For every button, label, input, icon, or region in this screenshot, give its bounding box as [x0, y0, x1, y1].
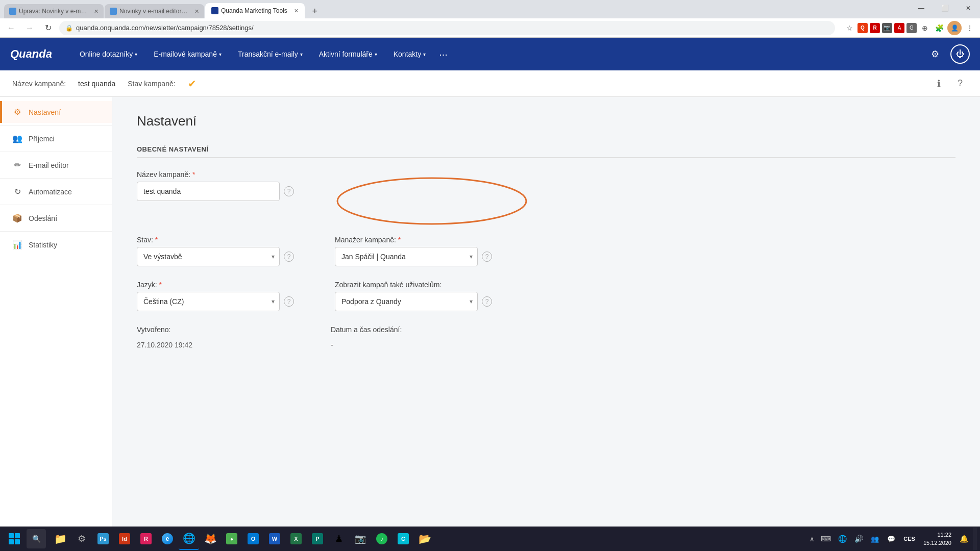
taskbar-app-outlook[interactable]: O — [243, 528, 263, 548]
svg-point-0 — [337, 178, 526, 224]
taskbar-app-word[interactable]: W — [264, 528, 285, 548]
taskbar-clock[interactable]: 11:22 15.12.2020 — [920, 531, 954, 547]
taskbar-app-chrome[interactable]: 🌐 — [179, 528, 199, 548]
taskbar-app-green[interactable]: ● — [222, 528, 242, 548]
status-help-icon[interactable]: ? — [284, 252, 294, 262]
bookmark-icon[interactable]: ☆ — [843, 22, 855, 34]
taskbar-app-excel[interactable]: X — [286, 528, 306, 548]
sidebar-item-label: Příjemci — [29, 135, 55, 143]
sidebar-item-statistiky[interactable]: 📊 Statistiky — [0, 234, 112, 256]
created-field-group: Vytvořeno: 27.10.2020 19:42 — [137, 325, 290, 353]
nav-transakcni-emaily[interactable]: Transakční e-maily ▾ — [231, 46, 310, 62]
back-button[interactable]: ← — [4, 21, 18, 35]
taskbar: 🔍 📁 ⚙ Ps Id R e 🌐 — [0, 527, 980, 548]
refresh-button[interactable]: ↻ — [41, 21, 55, 35]
taskbar-app-folder2[interactable]: 📂 — [414, 528, 435, 548]
close-window-button[interactable]: ✕ — [957, 0, 980, 16]
ext-icon-2[interactable]: R — [870, 23, 880, 33]
taskbar-lang-indicator[interactable]: CES — [900, 536, 918, 542]
taskbar-show-desktop[interactable] — [973, 528, 977, 548]
taskbar-app-indesign[interactable]: Id — [114, 528, 135, 548]
dates-row: Vytvořeno: 27.10.2020 19:42 Datum a čas … — [137, 325, 955, 353]
taskbar-msg-icon[interactable]: 💬 — [884, 532, 898, 546]
taskbar-app-settings[interactable]: ⚙ — [71, 528, 92, 548]
section-title: OBECNÉ NASTAVENÍ — [137, 145, 955, 158]
settings-icon[interactable]: ⚙ — [926, 45, 944, 63]
sidebar-item-odesilani[interactable]: 📦 Odeslání — [0, 207, 112, 229]
taskbar-sound-icon[interactable]: 🔊 — [851, 532, 866, 546]
info-icon[interactable]: ℹ — [931, 76, 946, 91]
status-field-label: Stav: * — [137, 236, 294, 244]
chevron-down-icon: ▾ — [423, 52, 426, 57]
start-button[interactable] — [3, 528, 26, 548]
nav-more-button[interactable]: ··· — [435, 44, 452, 64]
show-users-select[interactable]: Podpora z Quandy — [335, 292, 478, 311]
taskbar-app-cyan[interactable]: C — [393, 528, 413, 548]
add-tab-button[interactable]: + — [308, 4, 322, 18]
taskbar-notification-icon[interactable]: 🔔 — [957, 532, 971, 546]
chevron-down-icon: ▾ — [219, 52, 222, 57]
language-help-icon[interactable]: ? — [284, 296, 294, 307]
taskbar-keyboard-icon[interactable]: ⌨ — [819, 532, 833, 546]
url-bar[interactable]: 🔒 quanda.onquanda.com/newsletter/campaig… — [59, 21, 835, 35]
nav-aktivni-formulare[interactable]: Aktivní formuláře ▾ — [312, 46, 384, 62]
show-users-field-label: Zobrazit kampaň také uživatelům: — [335, 281, 492, 289]
language-field-group: Jazyk: * Čeština (CZ) ▾ ? — [137, 281, 294, 311]
close-tab-2[interactable]: ✕ — [190, 8, 199, 15]
profile-avatar[interactable]: 👤 — [947, 21, 962, 35]
taskbar-app-pshop[interactable]: Ps — [93, 528, 113, 548]
ext-icon-3[interactable]: 📷 — [882, 23, 892, 33]
campaign-name-help-icon[interactable]: ? — [284, 186, 294, 196]
ext-icon-5[interactable]: G — [906, 23, 917, 33]
nav-kontakty[interactable]: Kontakty ▾ — [386, 46, 433, 62]
taskbar-search-button[interactable]: 🔍 — [27, 529, 46, 548]
campaign-name-field-group: Název kampaně: * ? — [137, 170, 294, 201]
taskbar-pinned-apps: 📁 ⚙ Ps Id R e 🌐 🦊 ● — [50, 528, 435, 548]
taskbar-app-steam[interactable]: ♟ — [329, 528, 349, 548]
forward-button[interactable]: → — [22, 21, 37, 35]
status-manager-row: Stav: * Ve výstavbě Aktivní Pozastaveno … — [137, 236, 955, 266]
ext-icon-4[interactable]: A — [894, 23, 904, 33]
maximize-button[interactable]: ⬜ — [933, 0, 957, 16]
minimize-button[interactable]: — — [910, 0, 933, 16]
refresh-icon: ↻ — [12, 187, 22, 196]
taskbar-app-firefox[interactable]: 🦊 — [200, 528, 220, 548]
sidebar-item-automatizace[interactable]: ↻ Automatizace — [0, 181, 112, 203]
extensions-icon[interactable]: 🧩 — [933, 22, 945, 34]
browser-tab-2[interactable]: Novinky v e-mail editoru a e-ma... ✕ — [105, 4, 204, 18]
ext-icon-1[interactable]: Q — [857, 23, 868, 33]
language-field-label: Jazyk: * — [137, 281, 294, 289]
ext-icon-6[interactable]: ⊕ — [919, 22, 931, 34]
sidebar-item-email-editor[interactable]: ✏ E-mail editor — [0, 154, 112, 176]
manager-select[interactable]: Jan Spáčil | Quanda — [335, 247, 478, 266]
browser-tab-3[interactable]: Quanda Marketing Tools ✕ — [205, 3, 305, 18]
nav-online-dotazniky[interactable]: Online dotazníky ▾ — [72, 46, 144, 62]
taskbar-chevron-up[interactable]: ∧ — [807, 535, 817, 543]
sidebar-item-nastaveni[interactable]: ⚙ Nastavení — [0, 101, 112, 123]
language-select[interactable]: Čeština (CZ) — [137, 292, 280, 311]
taskbar-app-explorer[interactable]: 📁 — [50, 528, 70, 548]
top-navigation: Quanda Online dotazníky ▾ E-mailové kamp… — [0, 38, 980, 70]
show-users-help-icon[interactable]: ? — [482, 296, 492, 307]
taskbar-app-rubymine[interactable]: R — [136, 528, 156, 548]
taskbar-app-edge[interactable]: e — [157, 528, 178, 548]
browser-tab-1[interactable]: Úprava: Novinky v e-mail editoru... ✕ — [4, 4, 104, 18]
status-select[interactable]: Ve výstavbě Aktivní Pozastaveno Ukončeno — [137, 247, 280, 266]
campaign-status-bar: Název kampaně: test quanda Stav kampaně:… — [0, 70, 980, 97]
campaign-name-value: test quanda — [78, 80, 115, 88]
campaign-name-input[interactable] — [137, 182, 280, 201]
taskbar-app-spotify[interactable]: ♪ — [372, 528, 392, 548]
taskbar-users-icon[interactable]: 👥 — [868, 532, 882, 546]
sidebar-item-prijemci[interactable]: 👥 Příjemci — [0, 128, 112, 149]
close-tab-1[interactable]: ✕ — [90, 8, 99, 15]
taskbar-app-camera[interactable]: 📷 — [350, 528, 371, 548]
close-tab-3[interactable]: ✕ — [290, 8, 299, 14]
gear-icon: ⚙ — [12, 107, 22, 117]
browser-menu-icon[interactable]: ⋮ — [964, 22, 976, 34]
nav-emailove-kampane[interactable]: E-mailové kampaně ▾ — [146, 46, 229, 62]
taskbar-app-publisher[interactable]: P — [307, 528, 328, 548]
manager-help-icon[interactable]: ? — [482, 252, 492, 262]
power-button[interactable]: ⏻ — [950, 44, 970, 64]
help-icon[interactable]: ? — [952, 76, 968, 91]
taskbar-network-icon[interactable]: 🌐 — [835, 532, 849, 546]
